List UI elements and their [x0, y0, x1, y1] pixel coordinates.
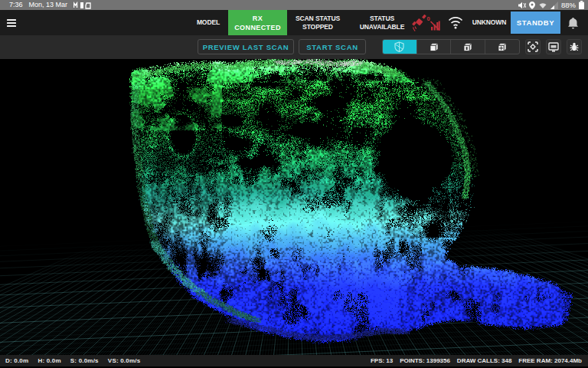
svg-text:0: 0	[427, 15, 430, 22]
